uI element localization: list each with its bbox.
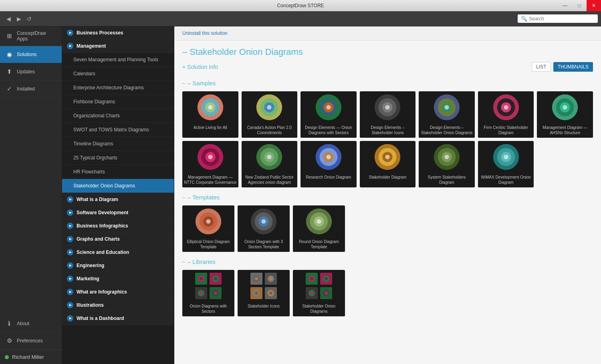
- sample-card-stakeholder-diagram[interactable]: Stakeholder Diagram: [360, 141, 416, 187]
- sample-card-system-stakeholders[interactable]: System Stakeholders Diagram: [419, 141, 475, 187]
- main-layout: ⊞ ConceptDraw Apps ◉ Solutions ⬆ Updates…: [0, 26, 601, 364]
- about-icon: ℹ: [5, 319, 14, 328]
- user-status-dot: [5, 355, 9, 359]
- refresh-button[interactable]: ↺: [24, 14, 34, 24]
- midnav-engineering[interactable]: Engineering: [62, 259, 174, 272]
- sample-card-design-elements-onion[interactable]: Design Elements – Stakeholder Onion Diag…: [419, 91, 475, 138]
- midnav-software-development[interactable]: Software Development: [62, 206, 174, 219]
- sidebar-about-label: About: [17, 321, 29, 326]
- sample-card-new-zealand[interactable]: New Zealand Public Sector Agencies onion…: [242, 141, 298, 187]
- engineering-label: Engineering: [77, 263, 104, 268]
- engineering-bullet: [67, 262, 73, 269]
- midnav-fishbone-diagrams[interactable]: Fishbone Diagrams: [62, 95, 174, 109]
- library-label-lib-stakeholder-icons: Stakeholder Icons: [238, 302, 290, 311]
- template-card-round-onion[interactable]: Round Onion Diagram Template: [293, 205, 345, 252]
- minimize-button[interactable]: —: [558, 0, 572, 11]
- management-label: Management: [77, 43, 106, 49]
- list-view-button[interactable]: LIST: [532, 62, 551, 72]
- template-label-elliptical-onion: Elliptical Onion Diagram Template: [182, 237, 234, 252]
- sample-label-research-onion: Research Onion Diagram: [300, 173, 357, 182]
- what-are-infographics-bullet: [67, 289, 73, 295]
- organizational-charts-label: Organizational Charts: [73, 113, 120, 119]
- sample-thumbnail-active-living: [182, 91, 238, 123]
- midnav-hr-flowcharts[interactable]: HR Flowcharts: [62, 165, 174, 179]
- sample-card-active-living[interactable]: Active Living for All: [182, 91, 238, 138]
- close-button[interactable]: ✕: [587, 0, 601, 11]
- midnav-management[interactable]: Management: [62, 40, 174, 53]
- midnav-what-are-infographics[interactable]: What are Infographics: [62, 286, 174, 299]
- forward-button[interactable]: ▶: [14, 14, 24, 24]
- sidebar-item-preferences[interactable]: ⚙ Preferences: [0, 332, 62, 350]
- midnav-organizational-charts[interactable]: Organizational Charts: [62, 109, 174, 123]
- templates-section-toggle[interactable]: – – Templates: [182, 194, 593, 201]
- libraries-section-toggle[interactable]: – – Libraries: [182, 258, 593, 265]
- midnav-science-education[interactable]: Science and Education: [62, 246, 174, 259]
- svg-point-72: [200, 292, 203, 295]
- sample-card-management-ahsns[interactable]: Management Diagram — AHSNs Structure: [537, 91, 593, 138]
- midnav-what-is-dashboard[interactable]: What is a Dashboard: [62, 312, 174, 325]
- thumbnails-view-button[interactable]: THUMBNAILS: [553, 62, 593, 72]
- midnav-marketing[interactable]: Marketing: [62, 272, 174, 286]
- svg-point-90: [310, 277, 313, 280]
- midnav-graphs-charts[interactable]: Graphs and Charts: [62, 233, 174, 246]
- back-button[interactable]: ◀: [3, 14, 14, 24]
- timeline-diagrams-label: Timeline Diagrams: [73, 141, 113, 147]
- midnav-calendars[interactable]: Calendars: [62, 67, 174, 81]
- midnav-business-processes[interactable]: Business Processes: [62, 26, 174, 40]
- midnav-timeline-diagrams[interactable]: Timeline Diagrams: [62, 137, 174, 151]
- sample-card-design-elements-icons[interactable]: Design Elements – Stakeholder Icons: [360, 91, 416, 138]
- svg-point-78: [255, 277, 258, 280]
- sample-card-management-nttc[interactable]: Management Diagram — NTTC Corporate Gove…: [182, 141, 238, 187]
- midnav-stakeholder-onion[interactable]: Stakeholder Onion Diagrams: [62, 179, 174, 193]
- sidebar-item-apps[interactable]: ⊞ ConceptDraw Apps: [0, 26, 62, 46]
- samples-section-toggle[interactable]: – – Samples: [182, 80, 593, 86]
- maximize-button[interactable]: □: [572, 0, 587, 11]
- sample-thumbnail-design-elements-icons: [360, 91, 416, 123]
- templates-section-label: – Templates: [188, 194, 220, 201]
- svg-point-66: [200, 277, 203, 280]
- what-are-infographics-label: What are Infographics: [77, 289, 127, 295]
- sidebar-preferences-label: Preferences: [17, 338, 43, 344]
- search-box: 🔍: [518, 14, 598, 23]
- svg-point-63: [317, 219, 321, 223]
- midnav-what-is-diagram[interactable]: What is a Diagram: [62, 193, 174, 206]
- sample-label-system-stakeholders: System Stakeholders Diagram: [419, 173, 475, 187]
- template-card-onion-3sectors[interactable]: Onion Diagram with 3 Sectors Template: [238, 205, 290, 252]
- sidebar-installed-label: Installed: [17, 86, 35, 92]
- midnav-seven-management[interactable]: Seven Management and Planning Tools: [62, 53, 174, 67]
- sidebar-item-about[interactable]: ℹ About: [0, 315, 62, 332]
- svg-point-59: [261, 219, 266, 223]
- search-input[interactable]: [529, 16, 593, 22]
- sample-card-wimax[interactable]: WiMAX Development Onion Diagram: [478, 141, 534, 187]
- solution-info-toggle[interactable]: + Solution info: [182, 64, 218, 70]
- midnav: Business Processes Management Seven Mana…: [62, 26, 174, 364]
- business-processes-label: Business Processes: [77, 30, 123, 36]
- svg-point-35: [267, 155, 272, 159]
- library-card-lib-stakeholder-icons[interactable]: Stakeholder Icons: [238, 270, 290, 316]
- sample-card-research-onion[interactable]: Research Onion Diagram: [300, 141, 357, 187]
- sidebar-item-updates[interactable]: ⬆ Updates: [0, 63, 62, 80]
- svg-point-31: [208, 155, 212, 159]
- library-card-lib-onion-sectors[interactable]: Onion Diagrams with Sectors: [182, 270, 234, 316]
- sidebar-item-solutions[interactable]: ◉ Solutions: [0, 46, 62, 63]
- sample-thumbnail-research-onion: [300, 141, 357, 173]
- template-label-onion-3sectors: Onion Diagram with 3 Sectors Template: [238, 237, 290, 252]
- sample-card-firm-centric[interactable]: Firm Centric Stakeholder Diagram: [478, 91, 534, 138]
- sidebar-item-installed[interactable]: ✓ Installed: [0, 80, 62, 98]
- midnav-25-typical-orgcharts[interactable]: 25 Typical Orgcharts: [62, 151, 174, 165]
- seven-management-label: Seven Management and Planning Tools: [73, 57, 158, 62]
- sample-card-canadas-action[interactable]: Canada's Action Plan 2.0 Commitments: [242, 91, 298, 138]
- uninstall-link[interactable]: Uninstall this solution: [182, 30, 228, 36]
- midnav-illustrations[interactable]: Illustrations: [62, 299, 174, 312]
- marketing-label: Marketing: [77, 276, 99, 282]
- sample-card-design-elements-sectors[interactable]: Design Elements — Onion Diagrams with Se…: [300, 91, 357, 138]
- midnav-business-infographics[interactable]: Business Infographics: [62, 219, 174, 233]
- midnav-swot-tows[interactable]: SWOT and TOWS Matrix Diagrams: [62, 123, 174, 137]
- what-is-dashboard-bullet: [67, 315, 73, 322]
- template-card-elliptical-onion[interactable]: Elliptical Onion Diagram Template: [182, 205, 234, 252]
- library-card-lib-stakeholder-onion[interactable]: Stakeholder Onion Diagrams: [293, 270, 345, 316]
- view-controls: LIST THUMBNAILS: [532, 62, 593, 72]
- libraries-grid: Onion Diagrams with Sectors Stakeholder …: [182, 270, 593, 316]
- sample-thumbnail-management-ahsns: [537, 91, 593, 123]
- midnav-enterprise-architecture[interactable]: Enterprise Architecture Diagrams: [62, 81, 174, 95]
